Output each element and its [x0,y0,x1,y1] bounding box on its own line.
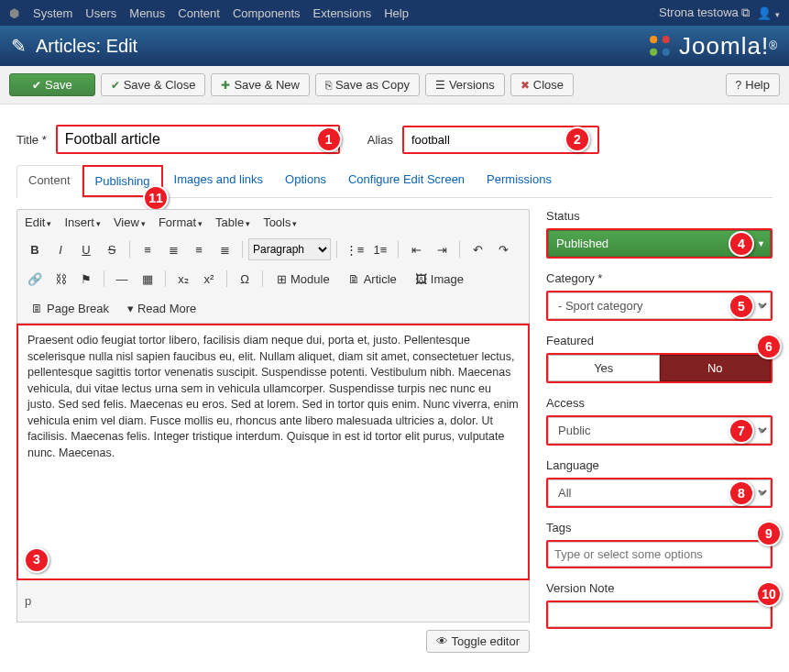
article-button[interactable]: 🗎Article [340,268,405,290]
align-left-icon[interactable]: ≡ [136,238,159,260]
featured-yes[interactable]: Yes [548,355,660,381]
category-select[interactable]: - Sport category [548,292,771,319]
status-path: p [25,594,31,608]
outdent-icon[interactable]: ⇤ [404,238,428,260]
editor-toolbar-2: 🔗 ⛓ ⚑ — ▦ x₂ x² Ω ⊞Module 🗎Article 🖼Imag… [16,264,530,293]
tab-images[interactable]: Images and links [163,165,275,197]
alias-input[interactable] [402,126,599,154]
editor-menus: Edit▾ Insert▾ View▾ Format▾ Table▾ Tools… [16,209,530,235]
annotation-3: 3 [24,547,49,573]
title-row: Title * 1 Alias 2 [16,125,773,154]
align-justify-icon[interactable]: ≣ [213,238,236,260]
hr-icon[interactable]: — [110,268,134,290]
table-icon[interactable]: ▦ [136,268,159,290]
number-list-icon[interactable]: 1≡ [368,238,392,260]
superscript-icon[interactable]: x² [197,268,221,290]
editor-menu-insert[interactable]: Insert▾ [64,215,101,229]
alias-label: Alias [367,133,393,147]
eye-icon: 👁 [436,634,448,648]
editor-text: Praesent odio feugiat tortor libero, fac… [27,334,519,459]
align-center-icon[interactable]: ≣ [161,238,185,260]
redo-icon[interactable]: ↷ [491,238,515,260]
svg-point-3 [663,49,670,56]
module-button[interactable]: ⊞Module [268,268,338,290]
save-close-button[interactable]: ✔Save & Close [101,73,206,96]
site-link[interactable]: Strona testowa ⧉ [659,6,750,20]
save-button[interactable]: ✔ Save [9,73,95,96]
stack-icon: ☰ [435,79,445,92]
strike-icon[interactable]: S [100,238,124,260]
help-button[interactable]: ?Help [726,73,780,96]
menu-menus[interactable]: Menus [129,6,165,20]
tab-publishing[interactable]: Publishing [82,165,163,197]
editor-menu-tools[interactable]: Tools▾ [263,215,297,229]
joomla-icon[interactable]: ⬢ [9,6,24,20]
featured-no[interactable]: No [660,355,772,381]
tab-permissions[interactable]: Permissions [476,165,563,197]
char-icon[interactable]: Ω [233,268,257,290]
menu-system[interactable]: System [33,6,72,20]
pencil-icon: ✎ [11,35,27,57]
readmore-button[interactable]: ▾Read More [119,297,204,319]
editor-menu-table[interactable]: Table▾ [215,215,250,229]
anchor-icon[interactable]: ⚑ [74,268,98,290]
joomla-logo: Joomla!® [644,30,778,61]
italic-icon[interactable]: I [49,238,72,260]
bold-icon[interactable]: B [23,238,47,260]
align-right-icon[interactable]: ≡ [187,238,211,260]
menu-help[interactable]: Help [384,6,409,20]
tabs: Content Publishing Images and links Opti… [16,165,773,198]
tags-label: Tags [546,521,773,534]
bullet-list-icon[interactable]: ⋮≡ [343,238,367,260]
copy-icon: ⎘ [325,79,332,92]
undo-icon[interactable]: ↶ [466,238,489,260]
indent-icon[interactable]: ⇥ [430,238,454,260]
tab-content[interactable]: Content [16,165,82,198]
toggle-editor-button[interactable]: 👁 Toggle editor [426,630,530,653]
check-icon: ✔ [32,79,41,92]
image-button[interactable]: 🖼Image [407,268,472,290]
module-icon: ⊞ [277,272,287,286]
editor-menu-format[interactable]: Format▾ [159,215,203,229]
svg-point-0 [650,36,657,43]
editor-body[interactable]: Praesent odio feugiat tortor libero, fac… [16,324,530,580]
title-input[interactable] [56,125,340,154]
save-new-button[interactable]: ✚Save & New [211,73,310,96]
tags-input[interactable] [548,542,771,567]
user-icon[interactable]: 👤 ▾ [757,6,780,20]
tab-options[interactable]: Options [274,165,337,197]
svg-point-1 [663,36,670,43]
pagebreak-button[interactable]: 🗏Page Break [23,297,117,319]
top-menubar: ⬢ System Users Menus Content Components … [0,0,789,26]
editor-menu-view[interactable]: View▾ [114,215,146,229]
featured-label: Featured [546,334,773,347]
title-label: Title * [16,133,47,147]
editor-menu-edit[interactable]: Edit▾ [25,215,51,229]
action-toolbar: ✔ Save ✔Save & Close ✚Save & New ⎘Save a… [0,66,789,105]
close-button[interactable]: ✖Close [510,73,574,96]
menu-content[interactable]: Content [178,6,220,20]
check-icon: ✔ [111,79,120,92]
unlink-icon[interactable]: ⛓ [49,268,72,290]
link-icon[interactable]: 🔗 [23,268,47,290]
subscript-icon[interactable]: x₂ [171,268,195,290]
underline-icon[interactable]: U [74,238,98,260]
page-title: Articles: Edit [36,36,137,57]
file-icon: 🗎 [348,272,360,286]
menu-extensions[interactable]: Extensions [313,6,372,20]
language-select[interactable]: All [548,479,771,506]
save-copy-button[interactable]: ⎘Save as Copy [315,73,420,96]
tab-configure[interactable]: Configure Edit Screen [337,165,476,197]
chevron-down-icon: ▾ [127,302,134,315]
format-select[interactable]: Paragraph [248,238,331,260]
external-icon: ⧉ [741,6,750,19]
version-note-input[interactable] [548,602,771,627]
status-select[interactable]: Published [548,230,771,257]
menu-components[interactable]: Components [233,6,301,20]
top-menu: System Users Menus Content Components Ex… [33,6,409,20]
menu-users[interactable]: Users [85,6,116,20]
access-select[interactable]: Public [548,417,771,444]
cancel-icon: ✖ [521,79,530,92]
image-icon: 🖼 [415,272,427,286]
versions-button[interactable]: ☰Versions [425,73,505,96]
